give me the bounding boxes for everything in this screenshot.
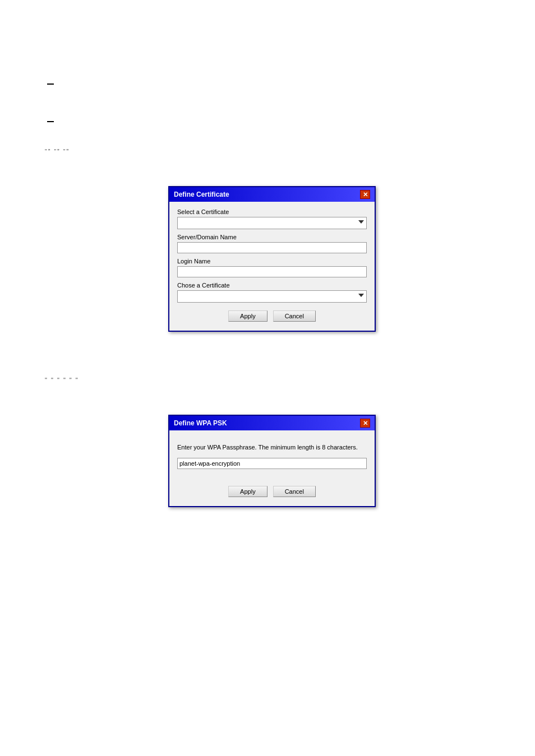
dialog-title-wpa: Define WPA PSK bbox=[174, 419, 227, 427]
wpa-passphrase-input[interactable] bbox=[177, 458, 367, 469]
dialog-close-button-certificate[interactable]: ✕ bbox=[360, 190, 370, 199]
dash-icon-1 bbox=[47, 84, 54, 85]
dialog-titlebar-certificate: Define Certificate ✕ bbox=[169, 187, 375, 202]
define-wpa-dialog-container: Define WPA PSK ✕ Enter your WPA Passphra… bbox=[45, 415, 490, 507]
define-wpa-dialog: Define WPA PSK ✕ Enter your WPA Passphra… bbox=[168, 415, 376, 507]
select-certificate-dropdown[interactable] bbox=[177, 217, 367, 229]
server-domain-input[interactable] bbox=[177, 242, 367, 253]
dialog-body-wpa: Enter your WPA Passphrase. The minimum l… bbox=[169, 430, 375, 506]
dash-line-1 bbox=[45, 78, 490, 89]
wpa-cancel-button[interactable]: Cancel bbox=[273, 486, 316, 497]
dialog-titlebar-wpa: Define WPA PSK ✕ bbox=[169, 416, 375, 430]
chose-cert-label: Chose a Certificate bbox=[177, 282, 367, 289]
dash-line-2 bbox=[45, 116, 490, 127]
dialog-body-certificate: Select a Certificate Server/Domain Name … bbox=[169, 202, 375, 331]
server-domain-label: Server/Domain Name bbox=[177, 234, 367, 240]
dialog-title-certificate: Define Certificate bbox=[174, 191, 229, 198]
chose-certificate-dropdown[interactable] bbox=[177, 290, 367, 303]
wpa-description: Enter your WPA Passphrase. The minimum l… bbox=[177, 443, 367, 452]
select-cert-label: Select a Certificate bbox=[177, 208, 367, 215]
quote-line-1: “” “” “” bbox=[45, 148, 490, 155]
certificate-apply-button[interactable]: Apply bbox=[228, 310, 268, 322]
wpa-dialog-buttons: Apply Cancel bbox=[177, 486, 367, 497]
login-name-label: Login Name bbox=[177, 258, 367, 265]
wpa-apply-button[interactable]: Apply bbox=[228, 486, 268, 497]
certificate-dialog-buttons: Apply Cancel bbox=[177, 310, 367, 322]
quote-line-2: " " " " " " bbox=[45, 377, 490, 383]
certificate-cancel-button[interactable]: Cancel bbox=[273, 310, 316, 322]
define-certificate-dialog-container: Define Certificate ✕ Select a Certificat… bbox=[45, 186, 490, 332]
dash-icon-2 bbox=[47, 121, 54, 122]
dialog-close-button-wpa[interactable]: ✕ bbox=[360, 419, 370, 428]
login-name-input[interactable] bbox=[177, 266, 367, 277]
define-certificate-dialog: Define Certificate ✕ Select a Certificat… bbox=[168, 186, 376, 332]
